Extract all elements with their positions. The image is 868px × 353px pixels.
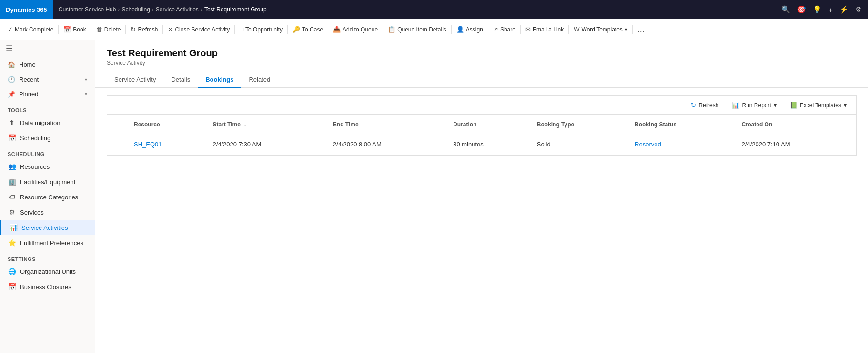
col-booking-type[interactable]: Booking Type (531, 115, 629, 134)
page-title: Test Requirement Group (107, 48, 857, 59)
brand-logo[interactable]: Dynamics 365 (0, 0, 53, 19)
bookings-refresh-button[interactable]: ↻ Refresh (687, 100, 722, 111)
sidebar-item-label: Pinned (19, 91, 38, 98)
bookings-toolbar: ↻ Refresh 📊 Run Report ▾ 📗 Excel Templat… (107, 96, 856, 115)
hamburger-menu[interactable]: ☰ (6, 44, 12, 53)
breadcrumb-hub[interactable]: Customer Service Hub (59, 6, 116, 13)
add-to-queue-button[interactable]: 📥 Add to Queue (329, 23, 382, 36)
command-bar: ✓ Mark Complete 📅 Book 🗑 Delete ↻ Refres… (0, 19, 868, 40)
tab-bookings[interactable]: Bookings (198, 72, 241, 88)
row-resource: SH_EQ01 (128, 134, 207, 155)
brand-label: Dynamics 365 (6, 6, 47, 13)
word-templates-button[interactable]: W Word Templates ▾ (570, 23, 631, 36)
filter-icon[interactable]: ⚡ (839, 5, 848, 14)
breadcrumb-current: Test Requirement Group (204, 6, 267, 13)
select-all-checkbox[interactable] (113, 119, 122, 128)
col-start-time[interactable]: Start Time ↓ (207, 115, 327, 134)
plus-icon[interactable]: + (828, 6, 833, 14)
sidebar-item-facilities-equipment[interactable]: 🏢 Facilities/Equipment (0, 174, 95, 189)
bookings-table: Resource Start Time ↓ End Time Duration (107, 115, 856, 155)
sidebar-item-service-activities[interactable]: 📊 Service Activities (0, 220, 95, 235)
row-booking-type: Solid (531, 134, 629, 155)
sidebar-item-resource-categories[interactable]: 🏷 Resource Categories (0, 189, 95, 205)
sidebar-item-home-row[interactable]: 🏠 Home (0, 57, 95, 72)
row-start-time: 2/4/2020 7:30 AM (207, 134, 327, 155)
mark-complete-button[interactable]: ✓ Mark Complete (4, 23, 57, 36)
sidebar-item-label: Home (19, 61, 36, 68)
sidebar-item-label: Fulfillment Preferences (20, 239, 83, 247)
service-activities-icon: 📊 (9, 224, 18, 231)
refresh-icon: ↻ (691, 102, 696, 109)
separator (125, 25, 126, 34)
excel-templates-button[interactable]: 📗 Excel Templates ▾ (786, 100, 850, 111)
separator (383, 25, 383, 34)
col-end-time[interactable]: End Time (327, 115, 447, 134)
col-checkbox-header[interactable] (107, 115, 128, 134)
row-booking-status: Reserved (629, 134, 736, 155)
close-service-activity-button[interactable]: ✕ Close Service Activity (164, 23, 233, 36)
sidebar-top: ☰ (0, 40, 95, 57)
sidebar-item-label: Business Closures (20, 283, 71, 291)
tab-service-activity[interactable]: Service Activity (107, 72, 163, 88)
sidebar-item-label: Scheduling (20, 135, 50, 142)
report-icon: 📊 (732, 102, 739, 109)
chevron-down-icon: ▾ (844, 102, 847, 109)
resource-categories-icon: 🏷 (8, 193, 16, 201)
col-created-on[interactable]: Created On (736, 115, 856, 134)
check-icon: ✓ (8, 26, 13, 33)
row-checkbox[interactable] (107, 134, 128, 155)
org-units-icon: 🌐 (8, 268, 16, 275)
sidebar-item-organizational-units[interactable]: 🌐 Organizational Units (0, 264, 95, 279)
book-button[interactable]: 📅 Book (60, 23, 90, 36)
resources-icon: 👥 (8, 163, 16, 170)
person-icon: 👤 (456, 26, 464, 33)
separator (58, 25, 59, 34)
business-closures-icon: 📅 (8, 283, 16, 291)
tabs-bar: Service Activity Details Bookings Relate… (95, 66, 868, 88)
breadcrumb-scheduling[interactable]: Scheduling (121, 6, 150, 13)
sidebar-item-recent-row[interactable]: 🕐 Recent ▾ (0, 72, 95, 87)
sidebar-item-services[interactable]: ⚙ Services (0, 205, 95, 220)
sidebar-item-fulfillment-preferences[interactable]: ⭐ Fulfillment Preferences (0, 235, 95, 250)
separator (488, 25, 488, 34)
sidebar-item-data-migration[interactable]: ⬆ Data migration (0, 115, 95, 130)
sidebar-item-label: Data migration (20, 119, 61, 126)
col-resource[interactable]: Resource (128, 115, 207, 134)
refresh-button[interactable]: ↻ Refresh (127, 23, 161, 36)
to-opportunity-button[interactable]: □ To Opportunity (236, 23, 286, 36)
resource-link[interactable]: SH_EQ01 (134, 141, 162, 148)
refresh-icon: ↻ (131, 26, 136, 33)
col-duration[interactable]: Duration (447, 115, 531, 134)
sidebar-item-business-closures[interactable]: 📅 Business Closures (0, 279, 95, 294)
top-nav-bar: Dynamics 365 Customer Service Hub › Sche… (0, 0, 868, 19)
more-button[interactable]: ... (634, 24, 648, 34)
sidebar-item-resources[interactable]: 👥 Resources (0, 159, 95, 174)
square-icon: □ (240, 26, 243, 33)
booking-status-link[interactable]: Reserved (635, 141, 661, 148)
close-icon: ✕ (168, 26, 173, 33)
sidebar-item-scheduling[interactable]: 📅 Scheduling (0, 130, 95, 145)
search-icon[interactable]: 🔍 (781, 5, 790, 14)
delete-button[interactable]: 🗑 Delete (92, 23, 125, 36)
clipboard-icon: 📋 (388, 26, 395, 33)
settings-icon[interactable]: ⚙ (855, 5, 861, 14)
scheduling-section-label: Scheduling (0, 145, 95, 159)
sidebar-item-label: Resource Categories (20, 194, 78, 201)
tab-related[interactable]: Related (241, 72, 278, 88)
to-case-button[interactable]: 🔑 To Case (289, 23, 327, 36)
key-icon: 🔑 (293, 26, 300, 33)
sidebar-item-pinned-row[interactable]: 📌 Pinned ▾ (0, 87, 95, 102)
tab-details[interactable]: Details (163, 72, 198, 88)
email-link-button[interactable]: ✉ Email a Link (522, 23, 567, 36)
assign-button[interactable]: 👤 Assign (453, 23, 487, 36)
col-booking-status[interactable]: Booking Status (629, 115, 736, 134)
target-icon[interactable]: 🎯 (797, 5, 806, 14)
share-button[interactable]: ↗ Share (489, 23, 519, 36)
facilities-icon: 🏢 (8, 178, 16, 186)
fulfillment-icon: ⭐ (8, 239, 16, 247)
breadcrumb-service-activities[interactable]: Service Activities (156, 6, 199, 13)
lightbulb-icon[interactable]: 💡 (813, 5, 822, 14)
run-report-button[interactable]: 📊 Run Report ▾ (728, 100, 780, 111)
pin-icon: 📌 (8, 91, 15, 98)
queue-item-details-button[interactable]: 📋 Queue Item Details (384, 23, 450, 36)
